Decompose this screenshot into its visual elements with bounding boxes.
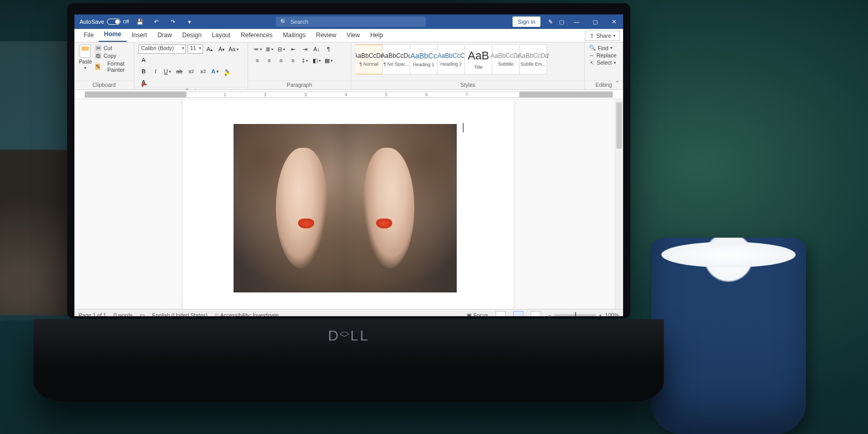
status-page[interactable]: Page 1 of 1 <box>79 312 106 317</box>
change-case-icon[interactable]: Aa <box>228 44 239 54</box>
read-mode-icon[interactable] <box>495 311 506 317</box>
clear-formatting-icon[interactable]: A̶ <box>138 55 149 65</box>
find-button[interactable]: 🔍Find ▾ <box>589 44 612 51</box>
tab-help[interactable]: Help <box>365 29 389 42</box>
paste-button[interactable]: Paste ▾ <box>79 44 92 70</box>
select-button[interactable]: ⭶Select ▾ <box>589 59 616 66</box>
tab-draw[interactable]: Draw <box>152 29 177 42</box>
style-name: Subtle Em... <box>520 61 546 67</box>
undo-icon[interactable]: ↶ <box>151 17 162 27</box>
tab-mailings[interactable]: Mailings <box>277 29 311 42</box>
style-subtitle[interactable]: AaBbCcDdSubtitle <box>492 44 520 74</box>
bullets-icon[interactable]: ≔ <box>252 44 262 54</box>
focus-mode-button[interactable]: ▣ Focus <box>467 312 488 317</box>
tab-insert[interactable]: Insert <box>127 29 152 42</box>
replace-button[interactable]: ↔Replace <box>589 52 616 58</box>
style-preview: AaBbCcDd <box>355 52 384 59</box>
strikethrough-button[interactable]: ab <box>174 67 184 76</box>
italic-button[interactable]: I <box>150 67 161 76</box>
font-color-icon[interactable]: A <box>138 78 149 87</box>
tab-design[interactable]: Design <box>177 29 207 42</box>
style-subtle-em-[interactable]: AaBbCcDdSubtle Em... <box>519 44 547 74</box>
style-heading-2[interactable]: AaBbCcCHeading 2 <box>437 44 465 74</box>
collapse-ribbon-icon[interactable]: ⌃ <box>614 80 621 87</box>
qat-customize-icon[interactable]: ▾ <box>184 17 195 27</box>
spellcheck-icon[interactable]: ▭ <box>140 312 145 317</box>
inserted-image[interactable] <box>234 124 457 292</box>
tab-references[interactable]: References <box>236 29 277 42</box>
tab-layout[interactable]: Layout <box>207 29 236 42</box>
zoom-in-icon[interactable]: + <box>599 312 602 317</box>
horizontal-ruler[interactable]: 1234567 <box>74 90 623 99</box>
tab-home[interactable]: Home <box>99 28 126 42</box>
justify-icon[interactable]: ≡ <box>288 56 298 65</box>
cut-button[interactable]: ✂Cut <box>95 44 130 52</box>
highlight-color-icon[interactable]: ✎ <box>222 67 232 76</box>
group-label-styles: Styles <box>351 81 584 88</box>
tab-file[interactable]: File <box>79 29 99 42</box>
underline-button[interactable]: U <box>162 67 173 76</box>
superscript-button[interactable]: x2 <box>198 67 208 76</box>
zoom-slider[interactable]: − + 100% <box>548 312 619 317</box>
search-box[interactable]: 🔍 Search <box>276 17 426 27</box>
align-center-icon[interactable]: ≡ <box>264 56 274 65</box>
ruler-mark: 4 <box>345 92 347 97</box>
style-heading-1[interactable]: AaBbCcHeading 1 <box>410 44 438 74</box>
status-accessibility[interactable]: ✓⃝ Accessibility: Investigate <box>215 312 279 317</box>
zoom-value[interactable]: 100% <box>605 312 619 317</box>
font-size-combo[interactable]: 11 <box>188 44 203 54</box>
web-layout-icon[interactable] <box>531 311 541 317</box>
text-effects-icon[interactable]: A <box>210 67 220 76</box>
tab-review[interactable]: Review <box>311 29 342 42</box>
style-preview: AaBbCcDd <box>490 52 521 59</box>
coming-soon-icon[interactable]: ✎ <box>545 17 556 27</box>
zoom-out-icon[interactable]: − <box>548 312 551 317</box>
numbering-icon[interactable]: ≣ <box>264 44 274 54</box>
style-title[interactable]: AaBTitle <box>464 44 492 74</box>
save-icon[interactable]: 💾 <box>134 17 146 27</box>
vertical-scrollbar[interactable] <box>615 99 623 309</box>
tab-view[interactable]: View <box>342 29 365 42</box>
font-family-combo[interactable]: Calibri (Body) <box>138 44 186 54</box>
style--no-spac-[interactable]: AaBbCcDd¶ No Spac... <box>382 44 410 74</box>
decrease-indent-icon[interactable]: ⇤ <box>288 44 298 54</box>
redo-icon[interactable]: ↷ <box>167 17 179 27</box>
shrink-font-icon[interactable]: A▾ <box>216 44 227 54</box>
grow-font-icon[interactable]: A▴ <box>205 44 215 54</box>
autosave-toggle[interactable]: AutoSave Off <box>80 19 129 25</box>
print-layout-icon[interactable] <box>513 311 523 317</box>
share-button[interactable]: ⇪ Share ▾ <box>585 30 620 41</box>
sort-icon[interactable]: A↓ <box>312 44 322 54</box>
status-language[interactable]: English (United States) <box>152 312 207 317</box>
style-preview: AaBbCcC <box>438 52 465 59</box>
copy-icon: ⧉ <box>95 53 101 59</box>
scrollbar-thumb[interactable] <box>616 102 622 149</box>
ribbon-display-icon[interactable]: ▢ <box>556 17 567 27</box>
maximize-button[interactable]: ▢ <box>586 14 605 29</box>
show-marks-icon[interactable]: ¶ <box>323 44 334 54</box>
ruler-mark: 1 <box>224 92 226 97</box>
increase-indent-icon[interactable]: ⇥ <box>300 44 310 54</box>
style-preview: AaB <box>468 49 489 63</box>
borders-icon[interactable]: ▦ <box>323 56 334 65</box>
group-styles: AaBbCcDd¶ NormalAaBbCcDd¶ No Spac...AaBb… <box>351 42 585 89</box>
bold-button[interactable]: B <box>138 67 149 76</box>
toggle-off-icon <box>107 19 120 25</box>
multilevel-list-icon[interactable]: ⊟ <box>276 44 286 54</box>
laptop-base: D⌔LL <box>34 319 664 402</box>
status-words[interactable]: 0 words <box>114 312 133 317</box>
align-right-icon[interactable]: ≡ <box>276 56 286 65</box>
align-left-icon[interactable]: ≡ <box>252 56 262 65</box>
group-clipboard: Paste ▾ ✂Cut ⧉Copy ✎Format Painter Clipb… <box>74 42 134 89</box>
subscript-button[interactable]: x2 <box>186 67 196 76</box>
copy-button[interactable]: ⧉Copy <box>95 52 130 59</box>
line-spacing-icon[interactable]: ‡ <box>300 56 310 65</box>
format-painter-button[interactable]: ✎Format Painter <box>95 60 130 73</box>
zoom-track[interactable] <box>554 314 596 316</box>
signin-button[interactable]: Sign in <box>513 17 540 27</box>
minimize-button[interactable]: — <box>567 14 586 29</box>
shading-icon[interactable]: ◧ <box>312 56 322 65</box>
style--normal[interactable]: AaBbCcDd¶ Normal <box>355 44 383 74</box>
close-button[interactable]: ✕ <box>605 14 623 29</box>
document-area[interactable] <box>74 99 623 309</box>
